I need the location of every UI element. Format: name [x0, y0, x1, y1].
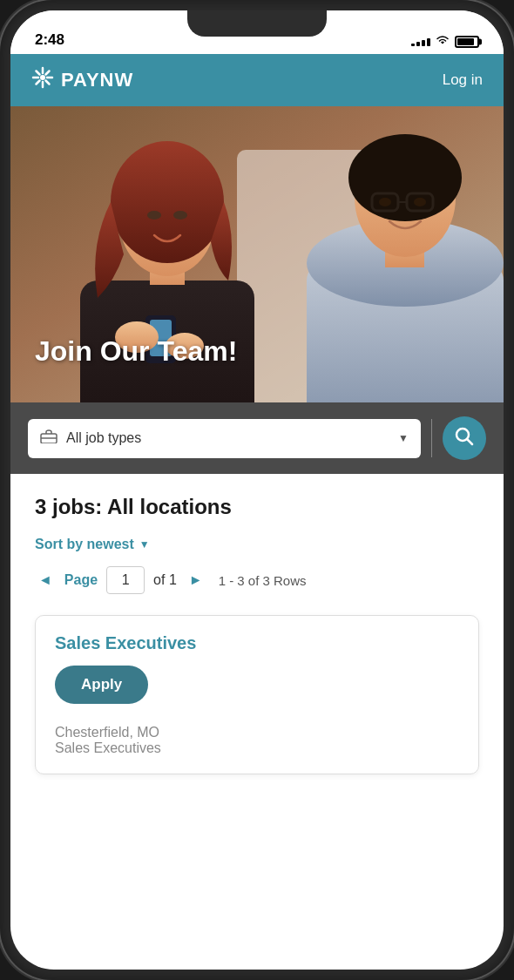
apply-button[interactable]: Apply	[55, 666, 148, 704]
search-divider	[431, 419, 432, 457]
phone-frame: 2:48	[0, 0, 514, 980]
sort-by-button[interactable]: Sort by newest ▼	[35, 537, 479, 552]
phone-screen: 2:48	[10, 10, 504, 970]
hero-section: Join Our Team!	[10, 106, 504, 402]
job-location: Chesterfield, MO	[55, 725, 459, 740]
briefcase-icon	[40, 429, 57, 448]
svg-point-31	[414, 198, 426, 206]
page-rows-info: 1 - 3 of 3 Rows	[219, 573, 307, 588]
job-subtitle: Sales Executives	[55, 740, 459, 756]
svg-point-30	[379, 198, 391, 206]
wifi-icon	[436, 35, 450, 49]
app-header: PAYNW Log in	[10, 54, 504, 106]
job-type-select[interactable]: All job types ▼	[28, 419, 421, 458]
svg-point-26	[348, 134, 462, 221]
svg-point-15	[111, 141, 224, 263]
main-content: 3 jobs: All locations Sort by newest ▼ ◄…	[10, 474, 504, 795]
search-icon	[455, 427, 474, 450]
search-button[interactable]	[443, 416, 486, 460]
pagination-row: ◄ Page of 1 ► 1 - 3 of 3 Rows	[35, 566, 479, 594]
hero-headline: Join Our Team!	[35, 335, 237, 368]
sort-arrow-icon: ▼	[139, 538, 150, 551]
page-label: Page	[64, 572, 98, 588]
svg-line-5	[37, 71, 40, 75]
svg-line-8	[37, 81, 40, 84]
signal-icon	[411, 38, 430, 46]
logo-text: PAYNW	[61, 69, 133, 91]
svg-line-7	[46, 71, 50, 75]
svg-line-35	[467, 439, 472, 444]
status-icons	[411, 35, 479, 49]
dropdown-arrow-icon: ▼	[398, 432, 409, 444]
battery-icon	[455, 36, 479, 48]
search-bar-area: All job types ▼	[10, 402, 504, 474]
job-card: Sales Executives Apply Chesterfield, MO …	[35, 615, 479, 774]
svg-point-16	[147, 211, 161, 220]
job-title[interactable]: Sales Executives	[55, 633, 459, 653]
battery-fill	[457, 38, 474, 45]
status-time: 2:48	[35, 31, 64, 49]
logo-icon	[31, 66, 54, 94]
sort-row: Sort by newest ▼	[35, 537, 479, 552]
job-type-label: All job types	[66, 430, 389, 446]
jobs-title: 3 jobs: All locations	[35, 495, 479, 519]
svg-line-6	[46, 81, 50, 84]
login-button[interactable]: Log in	[443, 71, 483, 89]
page-of-label: of 1	[153, 572, 177, 588]
svg-point-17	[173, 211, 187, 220]
sort-label: Sort by newest	[35, 537, 134, 552]
svg-point-0	[40, 75, 45, 80]
page-next-button[interactable]: ►	[186, 569, 206, 591]
phone-notch	[187, 10, 327, 37]
page-prev-button[interactable]: ◄	[35, 569, 56, 591]
page-input[interactable]	[106, 566, 145, 594]
logo-area: PAYNW	[31, 66, 133, 94]
